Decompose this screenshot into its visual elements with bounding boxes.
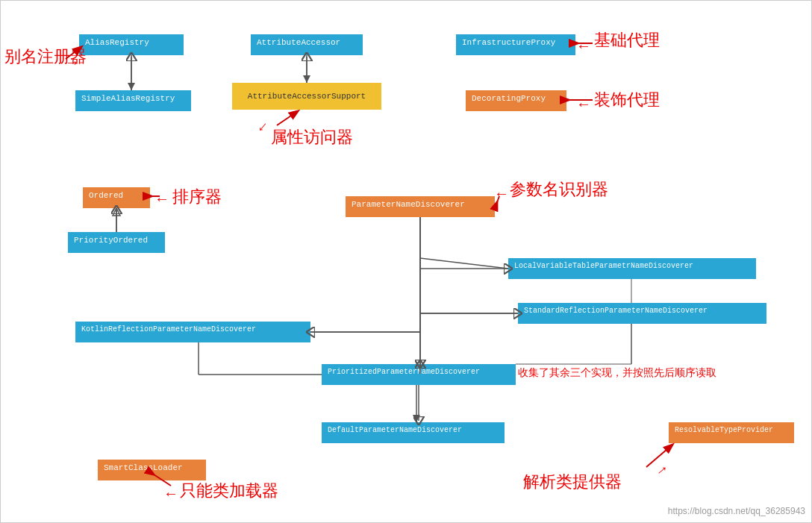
svg-marker-12 bbox=[413, 415, 420, 422]
standard-reflection-box: StandardReflectionParameterNameDiscovere… bbox=[518, 303, 766, 324]
alias-arrow: → bbox=[68, 54, 77, 72]
param-label: 参数名识别器 bbox=[510, 178, 608, 201]
decorating-proxy-box: DecoratingProxy bbox=[466, 90, 566, 111]
svg-marker-14 bbox=[113, 208, 120, 216]
smart-class-loader-box: SmartClassLoader bbox=[98, 460, 206, 480]
smart-label: 只能类加载器 bbox=[180, 480, 278, 502]
simple-alias-registry-box: SimpleAliasRegistry bbox=[75, 90, 191, 111]
attr-arrow: → bbox=[253, 119, 272, 137]
resolve-label: 解析类提供器 bbox=[523, 471, 622, 493]
prioritized-box: PrioritizedParameterNameDiscoverer bbox=[322, 364, 516, 385]
parameter-name-discoverer-box: ParameterNameDiscoverer bbox=[346, 196, 495, 217]
smart-arrow: ← bbox=[166, 486, 175, 503]
svg-marker-1 bbox=[128, 83, 135, 90]
attribute-accessor-support-box: AttributeAccessorSupport bbox=[232, 83, 381, 110]
attr-label: 属性访问器 bbox=[271, 126, 353, 148]
default-box: DefaultParameterNameDiscoverer bbox=[322, 422, 505, 443]
collect-label: 收集了其余三个实现，并按照先后顺序读取 bbox=[518, 366, 716, 380]
deco-arrow: ← bbox=[579, 96, 588, 113]
resolve-arrow: → bbox=[653, 461, 671, 480]
infra-label: 基础代理 bbox=[594, 29, 660, 51]
diagram-container: AliasRegistry AttributeAccessor Infrastr… bbox=[0, 0, 812, 523]
order-label: 排序器 bbox=[172, 186, 222, 208]
ordered-box: Ordered bbox=[83, 187, 150, 208]
attribute-accessor-box: AttributeAccessor bbox=[251, 34, 363, 55]
svg-line-5 bbox=[420, 258, 508, 269]
svg-line-21 bbox=[277, 111, 298, 125]
priority-ordered-box: PriorityOrdered bbox=[68, 232, 165, 253]
alias-registry-box: AliasRegistry bbox=[79, 34, 184, 55]
local-variable-box: LocalVariableTableParametrNameDiscoverer bbox=[508, 258, 756, 279]
resolvable-type-provider-box: ResolvableTypeProvider bbox=[669, 422, 794, 443]
watermark: https://blog.csdn.net/qq_36285943 bbox=[668, 506, 805, 516]
infra-arrow: ← bbox=[579, 38, 588, 55]
deco-label: 装饰代理 bbox=[594, 89, 660, 111]
svg-marker-3 bbox=[303, 75, 310, 83]
order-arrow: ← bbox=[157, 191, 166, 208]
param-arrow: ← bbox=[497, 186, 506, 203]
kotlin-reflection-box: KotlinReflectionParameterNameDiscoverer bbox=[75, 322, 310, 342]
infrastructure-proxy-box: InfrastructureProxy bbox=[456, 34, 575, 55]
